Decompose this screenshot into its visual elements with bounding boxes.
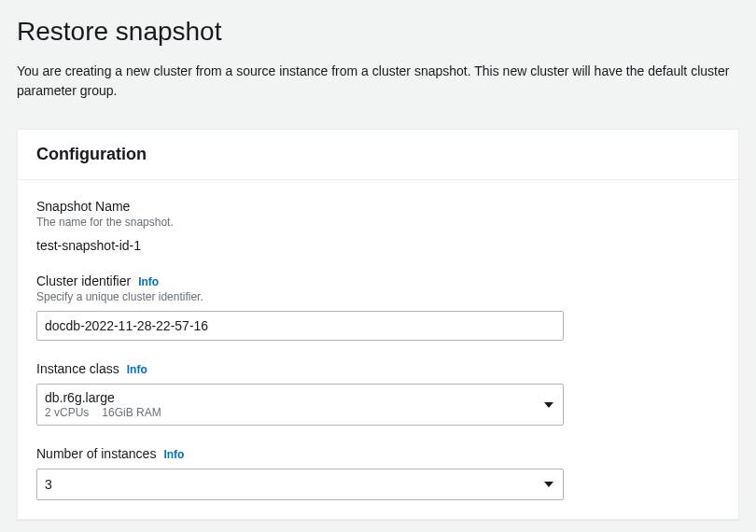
card-body: Snapshot Name The name for the snapshot.… — [18, 180, 738, 519]
snapshot-name-hint: The name for the snapshot. — [36, 216, 720, 229]
num-instances-group: Number of instances Info 3 — [36, 446, 720, 500]
card-header: Configuration — [18, 130, 738, 180]
card-title: Configuration — [36, 145, 720, 164]
num-instances-label: Number of instances — [36, 446, 156, 461]
num-instances-info-link[interactable]: Info — [163, 448, 184, 461]
instance-class-specs: 2 vCPUs16GiB RAM — [45, 406, 161, 419]
caret-down-icon — [544, 402, 553, 408]
num-instances-value: 3 — [45, 477, 52, 492]
instance-class-vcpus: 2 vCPUs — [45, 406, 89, 419]
configuration-card: Configuration Snapshot Name The name for… — [17, 129, 739, 520]
cluster-identifier-group: Cluster identifier Info Specify a unique… — [36, 273, 720, 341]
instance-class-info-link[interactable]: Info — [127, 363, 147, 376]
page-description: You are creating a new cluster from a so… — [17, 62, 739, 101]
snapshot-name-group: Snapshot Name The name for the snapshot.… — [36, 199, 720, 253]
caret-down-icon — [544, 482, 553, 487]
page-title: Restore snapshot — [17, 17, 739, 47]
instance-class-group: Instance class Info db.r6g.large 2 vCPUs… — [36, 361, 720, 426]
cluster-identifier-info-link[interactable]: Info — [138, 275, 159, 288]
snapshot-name-label: Snapshot Name — [36, 199, 130, 214]
num-instances-select[interactable]: 3 — [36, 469, 564, 500]
cluster-identifier-input[interactable] — [36, 311, 564, 341]
cluster-identifier-label: Cluster identifier — [36, 273, 131, 288]
instance-class-value: db.r6g.large — [45, 390, 161, 405]
instance-class-ram: 16GiB RAM — [102, 406, 161, 419]
cluster-identifier-hint: Specify a unique cluster identifier. — [36, 290, 720, 303]
instance-class-label: Instance class — [36, 361, 119, 376]
instance-class-select[interactable]: db.r6g.large 2 vCPUs16GiB RAM — [36, 384, 564, 426]
snapshot-name-value: test-snapshot-id-1 — [36, 238, 720, 253]
